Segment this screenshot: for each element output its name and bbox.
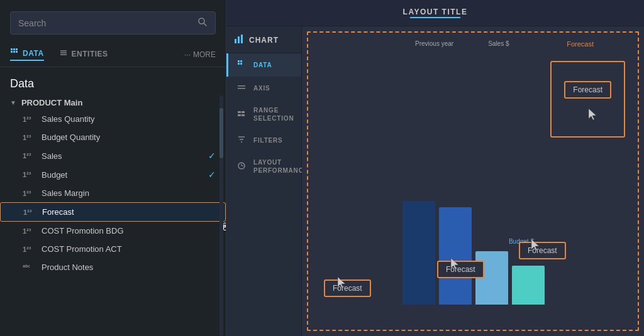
numeric-type-icon: 1²³	[23, 246, 35, 253]
cursor-icon-2	[448, 257, 461, 274]
item-label: Sales	[42, 151, 202, 161]
text-type-icon: ᵃᵇᶜ	[23, 264, 35, 271]
range-menu-icon	[236, 109, 247, 120]
list-item-sales[interactable]: 1²³ Sales ✓	[0, 146, 226, 165]
scrollbar-track[interactable]	[219, 95, 223, 336]
checkmark-icon: ✓	[208, 170, 216, 180]
list-item-forecast[interactable]: 1²³ Forecast 🖱	[0, 202, 226, 222]
menu-label-data: DATA	[253, 61, 272, 69]
forecast-button-4-container: Forecast	[550, 61, 625, 138]
chart-panel: CHART DATA	[226, 26, 302, 336]
list-item-cost-promo-bdg[interactable]: 1²³ COST Promotion BDG	[0, 222, 226, 240]
svg-rect-5	[13, 51, 15, 53]
chevron-down-icon: ▼	[10, 99, 16, 106]
numeric-type-icon: 1²³	[23, 190, 35, 197]
svg-rect-4	[11, 51, 13, 53]
svg-rect-2	[11, 48, 13, 50]
item-label: Product Notes	[42, 263, 216, 272]
layout-title: LAYOUT TITLE	[403, 8, 468, 16]
chart-bar-headers: Previous year Sales $	[415, 40, 509, 47]
menu-item-layout-performance[interactable]: LAYOUT PERFORMANCE	[226, 152, 301, 181]
svg-rect-20	[238, 111, 241, 113]
more-dots: ···	[184, 50, 191, 59]
numeric-type-icon: 1²³	[23, 171, 35, 178]
chart-panel-label: CHART	[249, 36, 279, 45]
svg-rect-13	[241, 35, 243, 43]
list-item-sales-quantity[interactable]: 1²³ Sales Quantity	[0, 110, 226, 128]
tabs-bar: DATA ENTITIES ··· MORE	[0, 42, 226, 67]
bar-teal	[512, 266, 545, 305]
svg-rect-23	[242, 114, 245, 116]
sales-label: Sales $	[488, 40, 509, 47]
svg-rect-18	[238, 85, 245, 87]
menu-label-filters: FILTERS	[253, 136, 283, 144]
forecast-btn-label-3[interactable]: Forecast	[519, 242, 566, 259]
svg-rect-11	[235, 39, 236, 43]
search-input[interactable]	[18, 18, 197, 28]
svg-rect-19	[238, 88, 245, 89]
panel-title: Data	[0, 67, 226, 95]
item-label: Forecast	[42, 207, 215, 217]
entities-tab-icon	[59, 48, 68, 59]
chart-panel-header: CHART	[226, 26, 301, 53]
content-area: CHART DATA	[226, 26, 644, 336]
data-menu-icon	[236, 60, 247, 70]
tab-data-label: DATA	[23, 49, 44, 58]
menu-item-filters[interactable]: FILTERS	[226, 129, 301, 152]
forecast-top-label: Forecast	[567, 40, 594, 48]
filter-menu-icon	[236, 135, 247, 146]
svg-rect-7	[16, 51, 18, 53]
menu-label-layout-perf: LAYOUT PERFORMANCE	[253, 158, 308, 175]
numeric-type-icon: 1²³	[23, 134, 35, 141]
menu-item-data[interactable]: DATA	[226, 53, 301, 77]
svg-rect-17	[240, 63, 242, 65]
item-label: COST Promotion ACT	[42, 244, 216, 254]
menu-item-axis[interactable]: AXIS	[226, 77, 301, 100]
tab-more[interactable]: ··· MORE	[184, 50, 216, 59]
scrollbar-thumb[interactable]	[219, 108, 223, 158]
list-item-sales-margin[interactable]: 1²³ Sales Margin	[0, 184, 226, 202]
data-list[interactable]: ▼ PRODUCT Main 1²³ Sales Quantity 1²³ Bu…	[0, 95, 226, 336]
chart-icon	[234, 34, 244, 46]
cursor-icon-4	[586, 107, 599, 125]
sidebar: DATA ENTITIES ··· MORE Data ▼ PRODUCT Ma…	[0, 0, 226, 336]
svg-rect-22	[238, 114, 241, 116]
svg-rect-12	[238, 36, 240, 43]
tab-entities-label: ENTITIES	[72, 50, 108, 58]
top-bar: LAYOUT TITLE	[226, 0, 644, 26]
cursor-icon-3	[529, 238, 541, 256]
item-label: Budget Quantity	[42, 133, 216, 142]
search-bar[interactable]	[10, 11, 216, 35]
title-underline	[410, 17, 460, 18]
tab-entities[interactable]: ENTITIES	[59, 48, 108, 60]
item-label: Sales Margin	[42, 188, 216, 198]
item-label: Budget	[42, 170, 202, 180]
cursor-icon-1	[335, 276, 348, 293]
item-label: COST Promotion BDG	[42, 226, 216, 236]
main-area: LAYOUT TITLE CHART	[226, 0, 644, 336]
menu-item-range-selection[interactable]: RANGE SELECTION	[226, 100, 301, 129]
menu-label-axis: AXIS	[253, 84, 270, 92]
layout-perf-menu-icon	[236, 161, 247, 172]
svg-rect-3	[13, 48, 15, 50]
bar-previous-year	[402, 201, 435, 305]
list-item-budget[interactable]: 1²³ Budget ✓	[0, 165, 226, 184]
svg-rect-14	[238, 60, 240, 62]
previous-year-label: Previous year	[415, 40, 453, 47]
numeric-type-icon: 1²³	[23, 152, 35, 160]
svg-line-1	[204, 23, 206, 26]
section-header-product-main[interactable]: ▼ PRODUCT Main	[0, 95, 226, 110]
checkmark-icon: ✓	[208, 151, 216, 161]
svg-rect-21	[242, 111, 245, 113]
list-item-product-notes[interactable]: ᵃᵇᶜ Product Notes	[0, 258, 226, 276]
numeric-type-icon: 1²³	[23, 227, 35, 235]
bar-sales	[439, 207, 472, 305]
tab-data[interactable]: DATA	[10, 48, 44, 61]
forecast-btn-label-4[interactable]: Forecast	[564, 81, 611, 99]
list-item-cost-promo-act[interactable]: 1²³ COST Promotion ACT	[0, 240, 226, 258]
data-tab-icon	[10, 48, 19, 58]
svg-rect-15	[240, 60, 242, 62]
numeric-type-icon: 1²³	[23, 116, 35, 123]
search-icon	[197, 17, 208, 29]
list-item-budget-quantity[interactable]: 1²³ Budget Quantity	[0, 128, 226, 146]
